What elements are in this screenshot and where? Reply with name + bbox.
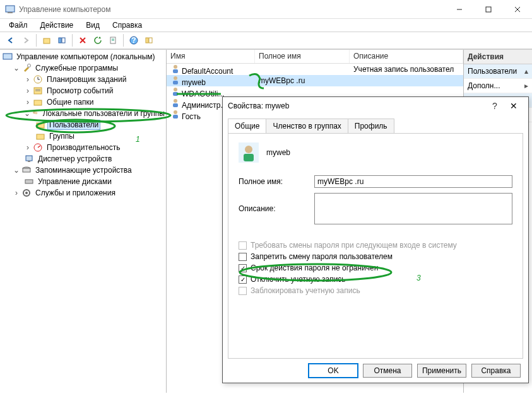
tab-general[interactable]: Общие (228, 119, 266, 133)
list-row[interactable]: mywebmyWEBpc .ru (167, 75, 463, 86)
tree-event-viewer[interactable]: › Просмотр событий (0, 85, 166, 96)
user-avatar-icon (239, 142, 259, 163)
tree-disk-mgmt[interactable]: Управление дисками (0, 176, 166, 187)
user-icon (170, 75, 180, 85)
dialog-close-button[interactable]: ✕ (504, 101, 523, 111)
user-icon (170, 98, 180, 108)
tree-services[interactable]: › Службы и приложения (0, 187, 166, 199)
checkbox-locked: Заблокировать учетную запись (239, 286, 512, 295)
action-more[interactable]: Дополн... ▸ (464, 79, 532, 93)
tree-local-users[interactable]: ⌄ Локальные пользователи и группы (0, 108, 166, 119)
tree-task-scheduler[interactable]: › Планировщик заданий (0, 74, 166, 85)
help-button[interactable]: ? (127, 33, 141, 47)
menubar: Файл Действие Вид Справка (0, 19, 532, 32)
tab-membership[interactable]: Членство в группах (266, 119, 348, 133)
tree-shared-folders[interactable]: › Общие папки (0, 96, 166, 108)
fullname-label: Полное имя: (239, 177, 314, 186)
svg-rect-16 (146, 38, 148, 43)
tree-system-tools[interactable]: ⌄ Служебные программы (0, 62, 166, 74)
users-group-icon (32, 108, 39, 119)
checkbox-never-expires[interactable]: ✓ Срок действия пароля не ограничен (239, 264, 512, 272)
description-label: Описание: (239, 204, 314, 213)
svg-rect-1 (8, 12, 13, 13)
checkbox-cannot-change[interactable]: Запретить смену пароля пользователем (239, 252, 512, 261)
maximize-button[interactable] (474, 0, 503, 19)
properties-button[interactable] (142, 33, 156, 47)
collapse-icon: ⌄ (24, 110, 30, 117)
svg-rect-7 (59, 38, 61, 43)
titlebar: Управление компьютером (0, 0, 532, 19)
tree-storage[interactable]: ⌄ Запоминающие устройства (0, 165, 166, 176)
back-button[interactable] (4, 33, 18, 47)
svg-point-39 (25, 192, 28, 194)
svg-point-44 (174, 88, 177, 91)
svg-point-19 (28, 64, 31, 67)
menu-file[interactable]: Файл (4, 20, 33, 31)
menu-action[interactable]: Действие (35, 20, 79, 31)
menu-help[interactable]: Справка (107, 20, 147, 31)
checkbox-must-change: Требовать смены пароля при следующем вхо… (239, 241, 512, 250)
collapse-icon: ⌄ (13, 64, 20, 72)
apply-button[interactable]: Применить (417, 364, 466, 378)
description-field[interactable] (314, 193, 512, 224)
svg-rect-8 (62, 38, 65, 43)
ok-button[interactable]: OK (309, 364, 358, 378)
window-title: Управление компьютером (19, 5, 445, 14)
tree-root[interactable]: Управление компьютером (локальным) (0, 51, 166, 62)
tree-users[interactable]: Пользователи (0, 119, 166, 130)
checkbox-disabled[interactable]: ✓ Отключить учетную запись (239, 275, 512, 284)
expand-icon: › (24, 144, 32, 151)
tree-groups[interactable]: Группы (0, 130, 166, 142)
checkbox-icon: ✓ (239, 264, 247, 272)
col-full[interactable]: Полное имя (255, 50, 350, 63)
forward-button[interactable] (19, 33, 33, 47)
svg-rect-3 (486, 7, 491, 12)
svg-rect-49 (173, 115, 178, 119)
delete-button[interactable] (76, 33, 90, 47)
help-button[interactable]: Справка (471, 364, 521, 378)
tab-profile[interactable]: Профиль (348, 119, 394, 133)
expand-icon: › (24, 76, 32, 83)
svg-rect-33 (26, 156, 32, 161)
fullname-field[interactable] (314, 175, 512, 188)
action-users[interactable]: Пользователи ▴ (464, 64, 532, 79)
svg-point-46 (174, 99, 177, 103)
close-button[interactable] (503, 0, 532, 19)
svg-rect-36 (23, 168, 30, 172)
arrow-right-icon: ▸ (524, 81, 528, 90)
show-hide-button[interactable] (55, 33, 69, 47)
col-name[interactable]: Имя (167, 50, 255, 63)
minimize-button[interactable] (445, 0, 474, 19)
dialog-help-button[interactable]: ? (485, 101, 504, 111)
cancel-button[interactable]: Отмена (363, 364, 412, 378)
refresh-button[interactable] (91, 33, 105, 47)
user-icon (170, 86, 180, 96)
export-button[interactable] (106, 33, 120, 47)
svg-point-40 (174, 65, 177, 69)
col-desc[interactable]: Описание (350, 50, 463, 63)
svg-rect-29 (37, 123, 44, 128)
svg-rect-18 (3, 54, 12, 59)
svg-rect-41 (173, 69, 178, 73)
svg-point-51 (245, 146, 252, 153)
tree-performance[interactable]: › Производительность (0, 142, 166, 153)
svg-point-48 (174, 110, 177, 114)
storage-icon (21, 165, 32, 175)
services-icon (21, 188, 32, 198)
shared-icon (33, 97, 43, 107)
svg-rect-47 (173, 103, 178, 107)
dialog-titlebar: Свойства: myweb ? ✕ (223, 97, 528, 115)
folder-icon (35, 131, 45, 141)
tree-device-mgr[interactable]: Диспетчер устройств (0, 153, 166, 165)
expand-icon: › (24, 98, 32, 106)
events-icon (33, 86, 43, 96)
menu-view[interactable]: Вид (81, 20, 105, 31)
list-row[interactable]: DefaultAccountУчетная запись пользовател (167, 64, 463, 75)
up-button[interactable] (40, 33, 54, 47)
svg-rect-26 (34, 100, 42, 105)
expand-icon: › (24, 87, 32, 95)
disk-icon (24, 177, 34, 187)
tree-pane: Управление компьютером (локальным) ⌄ Слу… (0, 50, 167, 393)
expand-icon: › (13, 189, 20, 197)
dialog-buttons: OK Отмена Применить Справка (223, 359, 528, 383)
